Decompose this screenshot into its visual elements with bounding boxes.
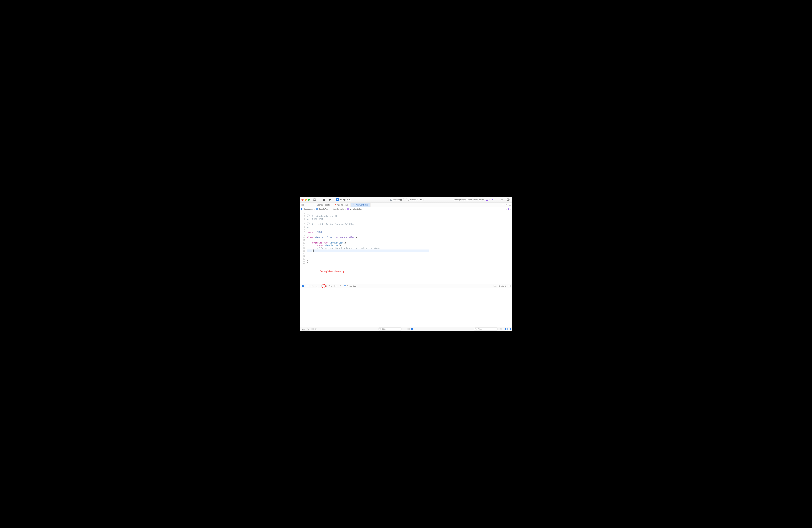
warnings-count: 2 <box>489 199 490 201</box>
library-button[interactable] <box>499 198 504 202</box>
svg-rect-40 <box>411 328 413 329</box>
related-items-icon[interactable] <box>301 203 304 207</box>
editor-tabs: ‹ › ✦ SceneDelegate ✦ AppDelegate ✦ View… <box>300 203 512 207</box>
console-filter-input[interactable] <box>474 327 497 331</box>
chevron-right-icon: › <box>405 199 405 201</box>
scheme-target-chip[interactable]: SampleApp <box>389 198 404 201</box>
clear-console-icon[interactable] <box>500 328 502 331</box>
app-icon <box>301 208 303 210</box>
source-editor[interactable]: 1234567891011121314151617181920 // // Vi… <box>300 211 429 268</box>
svg-rect-11 <box>303 204 304 205</box>
variables-view[interactable] <box>300 288 406 327</box>
chevron-left-small-icon[interactable]: ‹ <box>506 208 507 210</box>
variables-filter-input[interactable] <box>378 327 402 331</box>
editor-empty-space: Debug View Hierarchy <box>300 268 429 284</box>
debug-memory-graph-icon[interactable] <box>329 285 332 288</box>
nav-forward-button[interactable]: › <box>307 203 311 207</box>
nav-back-button[interactable]: ‹ <box>304 203 307 207</box>
quicklook-icon[interactable] <box>311 328 314 330</box>
svg-line-37 <box>381 329 381 330</box>
console-output[interactable] <box>406 288 512 327</box>
toggle-navigator-icon[interactable] <box>312 198 317 202</box>
scheme-device-chip[interactable]: iPhone 15 Pro <box>406 198 423 201</box>
svg-rect-4 <box>391 199 392 200</box>
tab-scenedelegate[interactable]: ✦ SceneDelegate <box>312 203 332 207</box>
close-window-button[interactable] <box>302 199 304 201</box>
scheme-device-label: iPhone 15 Pro <box>410 199 422 201</box>
crumb-project[interactable]: SampleApp <box>301 208 314 210</box>
step-over-icon[interactable] <box>311 285 314 288</box>
app-icon <box>390 199 392 201</box>
environment-overrides-icon[interactable] <box>334 285 336 288</box>
warning-icon <box>486 199 488 201</box>
warnings-badge[interactable]: 2 <box>486 199 490 201</box>
xcode-window: SampleApp SampleApp › iPhone 15 Pro Runn… <box>300 197 512 331</box>
svg-rect-8 <box>507 199 509 201</box>
warning-icon[interactable] <box>508 208 509 210</box>
debug-process[interactable]: SampleApp <box>344 285 356 287</box>
svg-rect-41 <box>411 329 413 330</box>
pane-toggle[interactable] <box>505 328 511 330</box>
project-title[interactable]: SampleApp <box>336 198 351 201</box>
minimap[interactable] <box>429 211 512 284</box>
variables-filter <box>378 327 402 331</box>
svg-point-38 <box>407 328 410 329</box>
console-mode-icon[interactable] <box>411 328 413 331</box>
crumb-folder[interactable]: SampleApp <box>316 208 328 210</box>
add-editor-icon[interactable] <box>509 204 511 206</box>
svg-rect-19 <box>307 285 307 287</box>
crumb-file[interactable]: ✦ ViewController <box>330 208 345 210</box>
line-gutter: 1234567891011121314151617181920 <box>300 211 306 268</box>
show-right-pane-icon[interactable] <box>508 328 511 330</box>
debug-console <box>300 288 512 327</box>
toggle-breakpoints-icon[interactable] <box>302 285 304 288</box>
cursor-col-label: Col: <box>501 285 505 287</box>
debug-process-label: SampleApp <box>347 285 356 287</box>
tab-viewcontroller[interactable]: ✦ ViewController <box>351 203 371 207</box>
console-filter <box>474 327 497 331</box>
swift-icon: ✦ <box>314 204 316 206</box>
svg-rect-12 <box>302 205 303 206</box>
tab-appdelegate[interactable]: ✦ AppDelegate <box>332 203 351 207</box>
annotation-label: Debug View Hierarchy <box>319 270 344 273</box>
cursor-line-value: 15 <box>498 285 500 287</box>
debug-footer: Auto ⌃⌄ i <box>300 327 512 331</box>
cloud-status-icon[interactable] <box>491 199 494 201</box>
code-review-icon[interactable] <box>502 204 504 206</box>
svg-rect-20 <box>308 285 308 287</box>
stop-button[interactable] <box>322 198 327 202</box>
chevron-right-small-icon[interactable]: › <box>510 208 511 210</box>
crumb-symbol[interactable]: C ViewController <box>347 208 362 210</box>
minimize-window-button[interactable] <box>305 199 307 201</box>
svg-point-32 <box>311 328 314 329</box>
adjust-editor-icon[interactable] <box>506 204 508 206</box>
svg-point-26 <box>331 286 332 287</box>
search-icon <box>379 328 381 331</box>
filter-icon <box>475 328 477 331</box>
app-icon <box>344 285 346 287</box>
svg-point-36 <box>380 328 381 329</box>
simulate-location-icon[interactable] <box>338 285 341 288</box>
info-icon[interactable]: i <box>315 328 317 331</box>
crumb-symbol-label: ViewController <box>350 208 362 210</box>
run-button[interactable] <box>328 198 333 202</box>
svg-rect-2 <box>323 199 325 201</box>
svg-point-33 <box>312 329 313 329</box>
toggle-inspector-icon[interactable] <box>506 198 510 202</box>
svg-line-27 <box>330 286 331 287</box>
step-into-icon[interactable] <box>316 285 318 288</box>
zoom-window-button[interactable] <box>308 199 310 201</box>
class-icon: C <box>347 208 349 210</box>
tab-label: ViewController <box>356 204 368 206</box>
variables-scope-selector[interactable]: Auto ⌃⌄ <box>301 328 310 331</box>
chevron-right-icon: › <box>345 208 346 210</box>
code-content[interactable]: // // ViewController.swift // SampleApp … <box>306 211 429 268</box>
activity-status: Running SampleApp on iPhone 15 Pro 2 <box>453 197 494 203</box>
show-left-pane-icon[interactable] <box>505 328 508 330</box>
console-quicklook-icon[interactable] <box>407 328 410 330</box>
svg-rect-28 <box>334 286 336 287</box>
toggle-debug-area-icon[interactable] <box>508 285 510 287</box>
chevron-right-icon: › <box>329 208 330 210</box>
pause-icon[interactable] <box>306 285 309 288</box>
swift-icon: ✦ <box>330 208 332 210</box>
